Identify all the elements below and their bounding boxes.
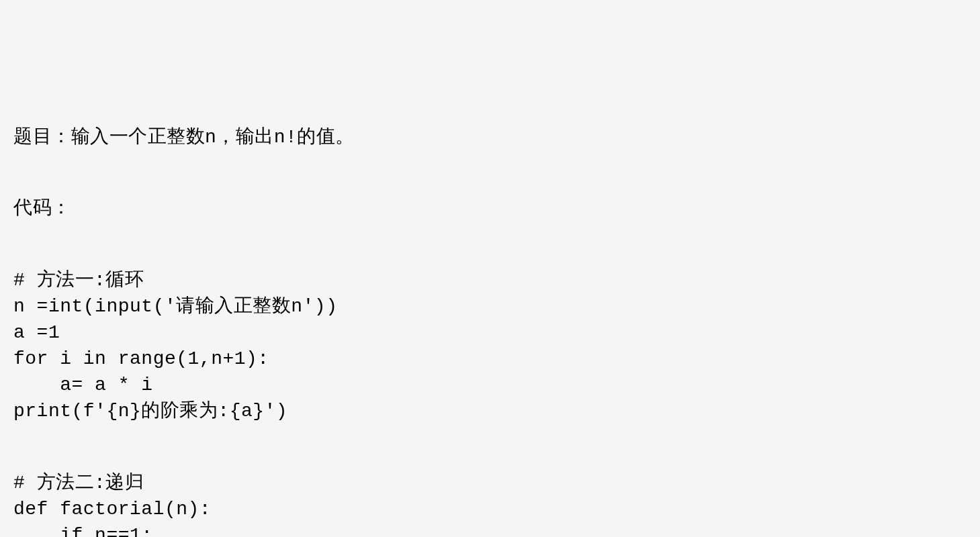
code-line: def factorial(n):	[13, 496, 967, 522]
problem-description: 输入一个正整数n，输出n!的值。	[71, 127, 355, 148]
code-section-label: 代码：	[13, 195, 967, 222]
code-line: for i in range(1,n+1):	[13, 346, 967, 372]
code-line: a= a * i	[13, 372, 967, 398]
code-line: n =int(input('请输入正整数n'))	[13, 293, 967, 320]
method-one-comment: # 方法一:循环	[13, 267, 967, 293]
code-line: print(f'{n}的阶乘为:{a}')	[13, 398, 967, 424]
code-line: a =1	[13, 320, 967, 346]
code-line: if n==1:	[13, 522, 967, 537]
problem-statement: 题目：输入一个正整数n，输出n!的值。	[13, 124, 967, 150]
method-two-comment: # 方法二:递归	[13, 470, 967, 496]
method-one-block: # 方法一:循环n =int(input('请输入正整数n'))a =1for …	[13, 267, 967, 425]
problem-label: 题目：	[13, 127, 71, 148]
method-two-block: # 方法二:递归def factorial(n): if n==1: retur…	[13, 470, 967, 537]
